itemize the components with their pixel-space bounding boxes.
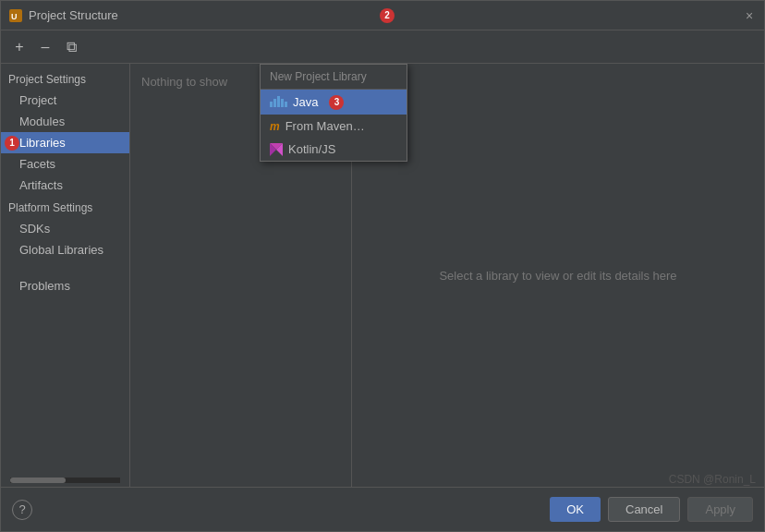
dropdown-item-kotlin-js[interactable]: Kotlin/JS <box>261 138 407 161</box>
ok-button[interactable]: OK <box>550 497 601 522</box>
svg-text:U: U <box>11 12 18 21</box>
sidebar: Project Settings Project Modules 1 Libra… <box>1 64 130 487</box>
kotlin-icon <box>270 143 283 156</box>
content-area: Project Settings Project Modules 1 Libra… <box>1 64 764 487</box>
sidebar-item-project-label: Project <box>19 93 56 107</box>
copy-button[interactable]: ⧉ <box>60 36 82 58</box>
detail-placeholder: Select a library to view or edit its det… <box>439 269 676 283</box>
dropdown-kotlin-label: Kotlin/JS <box>288 142 335 156</box>
sidebar-item-artifacts[interactable]: Artifacts <box>1 175 129 196</box>
footer-buttons: OK Cancel Apply <box>550 497 753 522</box>
java-icon <box>270 94 287 110</box>
dropdown-item-java[interactable]: Java 3 <box>261 90 407 115</box>
sidebar-item-sdks[interactable]: SDKs <box>1 218 129 239</box>
new-library-dropdown: New Project Library Java 3 <box>260 64 407 162</box>
library-detail-panel: Select a library to view or edit its det… <box>352 64 764 487</box>
title-bar: U Project Structure 2 × <box>1 1 764 30</box>
sidebar-item-artifacts-label: Artifacts <box>19 178 63 192</box>
sidebar-item-global-libraries-label: Global Libraries <box>19 243 103 257</box>
close-button[interactable]: × <box>742 8 757 23</box>
sidebar-item-facets[interactable]: Facets <box>1 153 129 175</box>
remove-button[interactable]: – <box>34 36 56 58</box>
project-structure-window: U Project Structure 2 × + – ⧉ Project Se… <box>0 0 765 532</box>
project-settings-label: Project Settings <box>1 67 129 90</box>
footer: ? OK Cancel Apply <box>1 487 764 531</box>
java-badge: 3 <box>329 95 344 110</box>
main-area: New Project Library Java 3 <box>130 64 764 487</box>
platform-settings-label: Platform Settings <box>1 196 129 218</box>
title-badge: 2 <box>380 8 395 23</box>
toolbar: + – ⧉ <box>1 30 764 64</box>
app-icon: U <box>8 8 23 23</box>
apply-button[interactable]: Apply <box>687 497 753 522</box>
dropdown-title: New Project Library <box>261 65 407 90</box>
sidebar-item-project[interactable]: Project <box>1 90 129 111</box>
add-button[interactable]: + <box>8 36 30 58</box>
sidebar-item-problems[interactable]: Problems <box>1 275 129 296</box>
watermark: CSDN @Ronin_L <box>669 473 756 486</box>
help-button[interactable]: ? <box>12 500 32 520</box>
cancel-button[interactable]: Cancel <box>608 497 680 522</box>
dropdown-item-from-maven[interactable]: m From Maven… <box>261 115 407 138</box>
sidebar-scrollbar[interactable] <box>10 478 120 483</box>
sidebar-item-facets-label: Facets <box>19 157 55 171</box>
main-split: Nothing to show Select a library to view… <box>130 64 764 487</box>
maven-icon: m <box>270 120 280 133</box>
sidebar-item-modules-label: Modules <box>19 115 65 128</box>
sidebar-item-modules[interactable]: Modules <box>1 111 129 132</box>
libraries-badge: 1 <box>5 136 19 151</box>
dropdown-java-label: Java <box>293 95 318 109</box>
sidebar-item-sdks-label: SDKs <box>19 222 50 236</box>
sidebar-item-global-libraries[interactable]: Global Libraries <box>1 239 129 260</box>
sidebar-item-libraries-label: Libraries <box>19 136 66 150</box>
sidebar-item-problems-label: Problems <box>19 279 70 293</box>
sidebar-item-libraries[interactable]: 1 Libraries <box>1 132 129 153</box>
dropdown-maven-label: From Maven… <box>285 119 365 133</box>
window-title: Project Structure <box>29 8 376 22</box>
